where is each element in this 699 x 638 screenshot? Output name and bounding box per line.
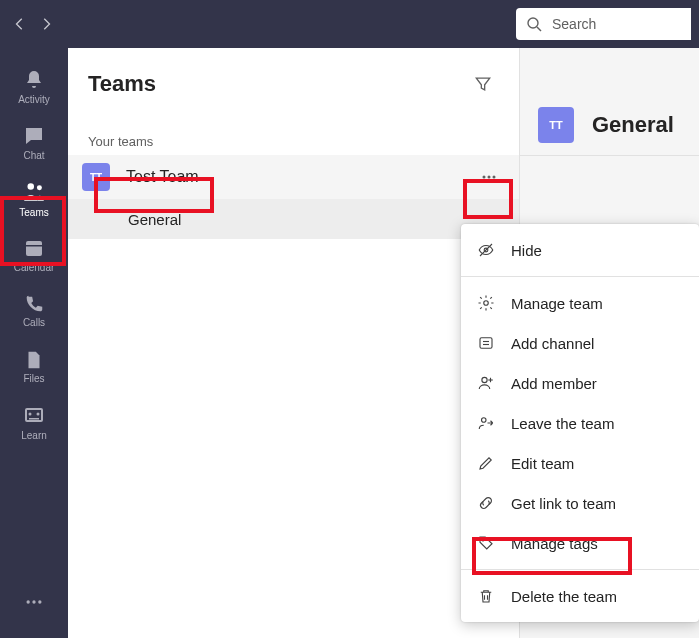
svg-rect-5 — [26, 245, 42, 247]
channel-title: General — [592, 112, 674, 138]
svg-point-13 — [483, 176, 486, 179]
panel-header: Teams — [68, 48, 519, 120]
person-add-icon — [477, 374, 495, 392]
back-button[interactable] — [8, 12, 32, 36]
search-placeholder: Search — [552, 16, 596, 32]
rail-label: Chat — [23, 150, 44, 161]
filter-icon — [473, 74, 493, 94]
channel-icon — [477, 334, 495, 352]
svg-point-2 — [28, 183, 35, 190]
rail-calendar[interactable]: Calendar — [0, 226, 68, 282]
rail-chat[interactable]: Chat — [0, 114, 68, 170]
rail-label: Files — [23, 373, 44, 384]
svg-point-18 — [484, 301, 489, 306]
menu-separator — [461, 276, 699, 277]
panel-title: Teams — [88, 71, 156, 97]
teams-panel: Teams Your teams TT Test Team General — [68, 48, 520, 638]
rail-label: Learn — [21, 430, 47, 441]
svg-point-26 — [482, 539, 484, 541]
svg-point-14 — [488, 176, 491, 179]
menu-add-channel[interactable]: Add channel — [461, 323, 699, 363]
menu-label: Delete the team — [511, 588, 617, 605]
menu-label: Add member — [511, 375, 597, 392]
svg-point-22 — [482, 377, 487, 382]
svg-point-10 — [27, 600, 30, 603]
chevron-left-icon — [13, 17, 27, 31]
menu-get-link[interactable]: Get link to team — [461, 483, 699, 523]
rail-label: Activity — [18, 94, 50, 105]
pencil-icon — [477, 454, 495, 472]
rail-label: Calendar — [14, 262, 55, 273]
menu-label: Edit team — [511, 455, 574, 472]
ellipsis-icon — [479, 167, 499, 187]
menu-label: Add channel — [511, 335, 594, 352]
channel-avatar: TT — [538, 107, 574, 143]
chevron-right-icon — [39, 17, 53, 31]
channel-name: General — [128, 211, 181, 228]
svg-point-8 — [37, 412, 40, 415]
svg-point-25 — [482, 418, 487, 423]
rail-teams[interactable]: Teams — [0, 170, 68, 226]
bell-icon — [22, 68, 46, 92]
rail-activity[interactable]: Activity — [0, 58, 68, 114]
menu-manage-team[interactable]: Manage team — [461, 283, 699, 323]
link-icon — [477, 494, 495, 512]
svg-rect-19 — [480, 338, 492, 349]
svg-point-11 — [32, 600, 35, 603]
gear-icon — [477, 294, 495, 312]
svg-point-0 — [528, 18, 538, 28]
title-bar: Search — [0, 0, 699, 48]
team-context-menu: Hide Manage team Add channel Add member … — [461, 224, 699, 622]
svg-point-12 — [38, 600, 41, 603]
search-box[interactable]: Search — [516, 8, 691, 40]
forward-button[interactable] — [34, 12, 58, 36]
menu-separator — [461, 569, 699, 570]
teams-icon — [21, 179, 47, 205]
menu-leave-team[interactable]: Leave the team — [461, 403, 699, 443]
menu-add-member[interactable]: Add member — [461, 363, 699, 403]
tag-icon — [477, 534, 495, 552]
leave-icon — [477, 414, 495, 432]
content-header: TT General — [520, 94, 699, 156]
menu-delete-team[interactable]: Delete the team — [461, 576, 699, 616]
content-top-spacer — [520, 48, 699, 94]
rail-label: Calls — [23, 317, 45, 328]
app-rail: Activity Chat Teams Calendar Calls Files — [0, 48, 68, 638]
svg-line-1 — [537, 27, 541, 31]
rail-files[interactable]: Files — [0, 338, 68, 394]
rail-more[interactable] — [0, 578, 68, 626]
team-more-button[interactable] — [473, 161, 505, 193]
rail-learn[interactable]: Learn — [0, 394, 68, 450]
rail-label: Teams — [19, 207, 48, 218]
team-row[interactable]: TT Test Team — [68, 155, 519, 199]
svg-rect-4 — [26, 241, 42, 256]
team-avatar: TT — [82, 163, 110, 191]
menu-label: Manage team — [511, 295, 603, 312]
menu-label: Leave the team — [511, 415, 614, 432]
ellipsis-icon — [24, 592, 44, 612]
search-icon — [526, 16, 542, 32]
filter-button[interactable] — [467, 68, 499, 100]
menu-label: Manage tags — [511, 535, 598, 552]
calendar-icon — [22, 236, 46, 260]
learn-icon — [22, 404, 46, 428]
chat-icon — [22, 124, 46, 148]
menu-label: Hide — [511, 242, 542, 259]
phone-icon — [23, 293, 45, 315]
file-icon — [23, 349, 45, 371]
trash-icon — [477, 587, 495, 605]
menu-edit-team[interactable]: Edit team — [461, 443, 699, 483]
eye-off-icon — [477, 241, 495, 259]
menu-label: Get link to team — [511, 495, 616, 512]
team-name: Test Team — [126, 168, 473, 186]
svg-point-15 — [493, 176, 496, 179]
svg-point-7 — [29, 412, 32, 415]
rail-calls[interactable]: Calls — [0, 282, 68, 338]
section-label: Your teams — [68, 120, 519, 155]
channel-row[interactable]: General — [68, 199, 519, 239]
svg-rect-9 — [29, 418, 39, 420]
menu-hide[interactable]: Hide — [461, 230, 699, 270]
menu-manage-tags[interactable]: Manage tags — [461, 523, 699, 563]
svg-point-3 — [37, 185, 42, 190]
